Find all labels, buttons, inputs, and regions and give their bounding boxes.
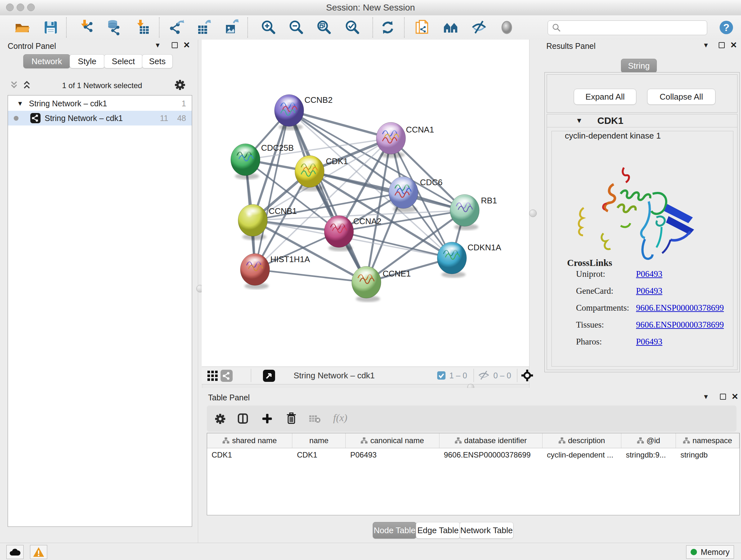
column-header-label: name	[309, 436, 328, 445]
import-network-button[interactable]	[78, 18, 96, 37]
column-header-label: namespace	[692, 436, 732, 445]
node-RB1[interactable]: RB1	[450, 194, 497, 230]
network-row[interactable]: String Network – cdk1 11 48	[8, 111, 192, 125]
tab-select[interactable]: Select	[104, 54, 143, 68]
crosslink-link[interactable]: 9606.ENSP00000378699	[636, 320, 724, 330]
selected-checkbox-icon[interactable]	[437, 371, 446, 380]
table-panel-close-icon[interactable]: ✕	[731, 392, 738, 401]
zoom-out-button[interactable]	[287, 18, 306, 37]
tab-style[interactable]: Style	[70, 54, 105, 68]
toolbar-separator	[517, 369, 517, 382]
collapse-all-icon[interactable]	[9, 80, 20, 90]
edge-HIST1H1A-CCNE1[interactable]	[255, 269, 366, 282]
cell-name[interactable]: CDK1	[292, 448, 346, 462]
tab-node-table[interactable]: Node Table	[373, 522, 416, 539]
control-panel-close-icon[interactable]: ✕	[183, 40, 190, 50]
table-panel-float-icon[interactable]	[720, 394, 726, 400]
help-button[interactable]: ?	[718, 18, 735, 37]
node-CDKN1A[interactable]: CDKN1A	[437, 242, 501, 278]
export-network-button[interactable]	[167, 18, 185, 37]
crosslink-row: Uniprot:P06493	[576, 269, 726, 279]
tab-string[interactable]: String	[621, 59, 657, 73]
cell--id[interactable]: stringdb:9...	[621, 448, 676, 462]
crosslink-link[interactable]: P06493	[636, 286, 663, 296]
search-input[interactable]	[564, 23, 707, 33]
node-CCNB2[interactable]: CCNB2	[274, 95, 333, 130]
help-icon: ?	[718, 19, 735, 36]
column-header-name[interactable]: name	[292, 433, 346, 448]
zoom-selected-button[interactable]	[344, 18, 361, 37]
open-session-button[interactable]	[13, 18, 31, 37]
crosslink-label: Uniprot:	[576, 269, 636, 279]
memory-label: Memory	[701, 548, 730, 557]
first-neighbors-button[interactable]	[442, 18, 460, 37]
cloud-button[interactable]	[6, 545, 23, 559]
warnings-button[interactable]	[30, 545, 47, 559]
node-table-row[interactable]: CDK1CDK1P064939606.ENSP00000378699cyclin…	[207, 448, 739, 462]
save-session-button[interactable]	[42, 18, 60, 37]
control-panel-float-icon[interactable]	[172, 42, 178, 48]
cell-database-identifier[interactable]: 9606.ENSP00000378699	[440, 448, 542, 462]
shared-column-icon	[683, 437, 690, 444]
show-all-button[interactable]	[498, 18, 516, 37]
tab-edge-table[interactable]: Edge Table	[416, 522, 460, 539]
crosslink-link[interactable]: P06493	[636, 337, 663, 347]
export-table-button[interactable]	[195, 18, 213, 37]
zoom-fit-button[interactable]	[315, 18, 333, 37]
memory-button[interactable]: Memory	[686, 545, 734, 559]
cell-description[interactable]: cyclin-dependent ...	[542, 448, 622, 462]
collection-expander-icon[interactable]: ▼	[17, 100, 23, 107]
collapse-all-button[interactable]: Collapse All	[647, 89, 716, 105]
results-panel-menu-icon[interactable]: ▾	[704, 41, 708, 50]
column-header-canonical-name[interactable]: canonical name	[346, 433, 439, 448]
zoom-in-button[interactable]	[260, 18, 278, 37]
delete-column-trash-icon[interactable]	[286, 413, 297, 424]
control-panel-menu-icon[interactable]: ▾	[156, 41, 159, 50]
network-collection-row[interactable]: ▼ String Network – cdk1 1	[8, 96, 192, 111]
hide-selected-button[interactable]	[470, 18, 488, 37]
node-CDK1[interactable]: CDK1	[295, 155, 348, 191]
entry-expander-icon[interactable]: ▼	[576, 117, 583, 125]
column-header-description[interactable]: description	[542, 433, 622, 448]
import-network-from-database-button[interactable]	[105, 18, 123, 37]
crosslink-link[interactable]: P06493	[636, 269, 663, 279]
new-network-from-selection-button[interactable]	[414, 18, 431, 37]
node-label-CCNA2: CCNA2	[353, 216, 381, 226]
expand-all-button[interactable]: Expand All	[574, 89, 636, 105]
column-header-namespace[interactable]: namespace	[676, 433, 739, 448]
column-header-label: database identifier	[464, 436, 527, 445]
single-view-share-icon[interactable]	[220, 369, 233, 382]
tab-network[interactable]: Network	[23, 54, 70, 68]
edge-CCNA1-HIST1H1A[interactable]	[255, 138, 391, 269]
toolbar-separator	[404, 17, 405, 38]
birdseye-toggle-icon[interactable]	[521, 369, 534, 382]
protein-entry-header[interactable]: ▼ CDK1	[547, 114, 737, 127]
network-options-gear-icon[interactable]	[175, 80, 185, 90]
right-splitter-handle[interactable]	[529, 209, 537, 217]
export-image-button[interactable]	[223, 18, 241, 37]
network-canvas[interactable]: CCNB2CCNA1CDC25BCDK1CDC6RB1CCNB1CCNA2CDK…	[202, 40, 529, 367]
column-header-database-identifier[interactable]: database identifier	[440, 433, 542, 448]
import-table-button[interactable]	[134, 18, 152, 37]
cell-shared-name[interactable]: CDK1	[207, 448, 292, 462]
apply-layout-button[interactable]	[379, 18, 397, 37]
tab-sets[interactable]: Sets	[142, 54, 173, 68]
zoom-fit-icon	[316, 19, 333, 36]
expand-all-icon[interactable]	[22, 80, 32, 90]
results-panel-float-icon[interactable]	[719, 42, 725, 48]
column-header--id[interactable]: @id	[621, 433, 676, 448]
results-panel-close-icon[interactable]: ✕	[730, 40, 737, 50]
tab-network-table[interactable]: Network Table	[460, 522, 514, 539]
create-column-plus-icon[interactable]	[262, 413, 273, 424]
cell-namespace[interactable]: stringdb	[676, 448, 739, 462]
table-options-gear-icon[interactable]	[215, 414, 225, 424]
crosslink-link[interactable]: 9606.ENSP00000378699	[636, 303, 724, 313]
network-status-dot-icon	[14, 116, 18, 121]
column-header-shared-name[interactable]: shared name	[207, 433, 292, 448]
node-CDC25B[interactable]: CDC25B	[231, 143, 294, 179]
grid-view-icon[interactable]	[207, 370, 218, 381]
show-columns-icon[interactable]	[238, 413, 248, 424]
table-panel-menu-icon[interactable]: ▾	[704, 392, 708, 401]
cell-canonical-name[interactable]: P06493	[346, 448, 439, 462]
detach-view-icon[interactable]	[263, 369, 275, 382]
